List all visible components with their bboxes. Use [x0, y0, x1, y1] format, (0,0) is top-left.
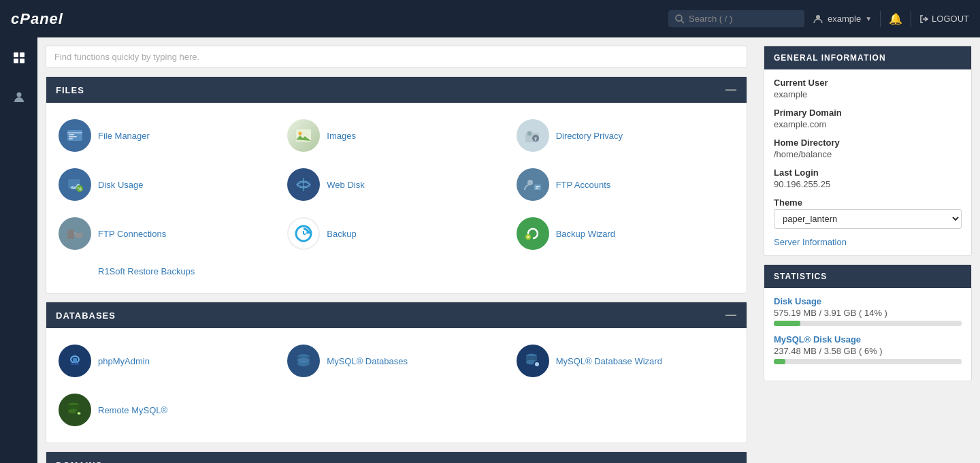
databases-section-header: DATABASES — [46, 302, 747, 328]
nav-divider-2 [911, 11, 911, 27]
mysql-databases-link[interactable]: MySQL® Databases [327, 356, 408, 366]
disk-usage-progress-bar [774, 321, 800, 326]
ftp-connections-link[interactable]: FTP Connections [98, 229, 166, 239]
logout-button[interactable]: LOGOUT [919, 14, 969, 24]
web-disk-link[interactable]: Web Disk [327, 180, 364, 190]
top-navigation: cPanel example ▼ 🔔 LOGOUT [0, 0, 980, 37]
mysql-wizard-link[interactable]: MySQL® Database Wizard [556, 356, 662, 366]
svg-rect-34 [67, 234, 74, 239]
user-icon [813, 14, 823, 25]
statistics-card: STATISTICS Disk Usage 575.19 MB / 3.91 G… [764, 264, 972, 381]
phpmyadmin-icon [59, 345, 91, 377]
ftp-connections-icon [59, 217, 91, 250]
svg-point-60 [78, 413, 80, 415]
current-user-value: example [774, 89, 962, 99]
search-input[interactable] [689, 14, 784, 24]
directory-privacy-link[interactable]: Directory Privacy [556, 131, 623, 141]
home-directory-value: /home/balance [774, 149, 962, 159]
files-icon-grid: File Manager Images [54, 114, 738, 282]
list-item[interactable]: Web Disk [283, 163, 509, 206]
file-manager-icon [59, 119, 91, 152]
svg-rect-12 [69, 136, 77, 138]
general-info-card: GENERAL INFORMATION Current User example… [764, 46, 972, 256]
disk-usage-stat: Disk Usage 575.19 MB / 3.91 GB ( 14% ) [774, 296, 962, 326]
mysql-databases-icon [287, 345, 320, 377]
svg-rect-10 [67, 132, 82, 133]
svg-text:%: % [78, 187, 82, 191]
list-item[interactable]: phpMyAdmin [54, 339, 280, 383]
search-box[interactable] [668, 10, 804, 27]
images-icon [287, 119, 320, 152]
list-item[interactable]: Directory Privacy [512, 114, 738, 157]
phpmyadmin-link[interactable]: phpMyAdmin [98, 356, 150, 366]
svg-point-42 [527, 236, 529, 238]
images-link[interactable]: Images [327, 131, 356, 141]
list-item[interactable]: Backup [283, 212, 509, 255]
list-item[interactable]: Backup Wizard [512, 212, 738, 255]
disk-usage-icon: % [59, 168, 91, 201]
list-item[interactable]: R1Soft Restore Backups [54, 261, 738, 282]
remote-mysql-icon [59, 394, 91, 426]
domains-section-title: DOMAINS [56, 460, 102, 464]
svg-rect-31 [536, 188, 538, 189]
statistics-header: STATISTICS [764, 265, 971, 288]
svg-rect-6 [14, 59, 18, 63]
svg-rect-4 [14, 52, 18, 57]
list-item[interactable]: % Disk Usage [54, 163, 280, 206]
list-item[interactable]: MySQL® Databases [283, 339, 509, 383]
server-information-link[interactable]: Server Information [774, 237, 962, 247]
svg-rect-7 [20, 59, 24, 63]
theme-select[interactable]: paper_lantern [774, 209, 962, 229]
sidebar-users-icon[interactable] [7, 84, 31, 112]
theme-label: Theme [774, 197, 962, 208]
list-item[interactable]: Images [283, 114, 509, 157]
r1soft-link[interactable]: R1Soft Restore Backups [59, 266, 195, 276]
databases-section-body: phpMyAdmin MySQL® Databases [46, 328, 747, 443]
quick-find-box[interactable] [46, 46, 747, 68]
list-item[interactable]: FTP Accounts [512, 163, 738, 206]
files-section-header: FILES — [46, 77, 747, 103]
username-label: example [828, 14, 861, 24]
svg-rect-20 [535, 138, 536, 141]
ftp-accounts-link[interactable]: FTP Accounts [556, 180, 611, 190]
primary-domain-label: Primary Domain [774, 108, 962, 118]
list-item[interactable]: FTP Connections [54, 212, 280, 255]
file-manager-link[interactable]: File Manager [98, 131, 150, 141]
mysql-disk-usage-stat-link[interactable]: MySQL® Disk Usage [774, 334, 861, 345]
general-info-header: GENERAL INFORMATION [764, 46, 971, 69]
domains-section-header: DOMAINS — [46, 452, 747, 463]
list-item[interactable]: Remote MySQL® [54, 388, 280, 432]
svg-rect-32 [67, 229, 74, 234]
svg-rect-30 [536, 186, 540, 187]
list-item[interactable]: File Manager [54, 114, 280, 157]
databases-collapse-icon[interactable]: — [725, 309, 737, 321]
backup-wizard-link[interactable]: Backup Wizard [556, 229, 615, 239]
last-login-row: Last Login 90.196.255.25 [774, 167, 962, 189]
files-collapse-icon[interactable]: — [725, 84, 737, 96]
nav-divider [880, 11, 881, 27]
web-disk-icon [287, 168, 320, 201]
svg-rect-9 [67, 130, 82, 141]
domains-collapse-icon[interactable]: — [725, 459, 737, 463]
user-menu[interactable]: example ▼ [813, 14, 872, 25]
backup-icon [287, 217, 320, 250]
mysql-disk-usage-stat-value: 237.48 MB / 3.58 GB ( 6% ) [774, 346, 962, 356]
notifications-bell-icon[interactable]: 🔔 [889, 12, 902, 25]
backup-link[interactable]: Backup [327, 229, 356, 239]
remote-mysql-link[interactable]: Remote MySQL® [98, 405, 167, 415]
backup-wizard-icon [517, 217, 549, 250]
list-item[interactable]: MySQL® Database Wizard [512, 339, 738, 383]
disk-usage-stat-link[interactable]: Disk Usage [774, 296, 821, 306]
disk-usage-progress-wrap [774, 321, 962, 326]
directory-privacy-icon [517, 119, 549, 152]
last-login-label: Last Login [774, 167, 962, 178]
svg-rect-46 [71, 363, 79, 365]
svg-line-35 [74, 232, 76, 236]
main-layout: FILES — [0, 37, 980, 463]
svg-rect-5 [20, 52, 24, 57]
primary-domain-value: example.com [774, 119, 962, 129]
disk-usage-link[interactable]: Disk Usage [98, 180, 143, 190]
quick-find-input[interactable] [54, 52, 738, 62]
svg-point-2 [816, 15, 820, 19]
sidebar-grid-icon[interactable] [7, 46, 31, 74]
